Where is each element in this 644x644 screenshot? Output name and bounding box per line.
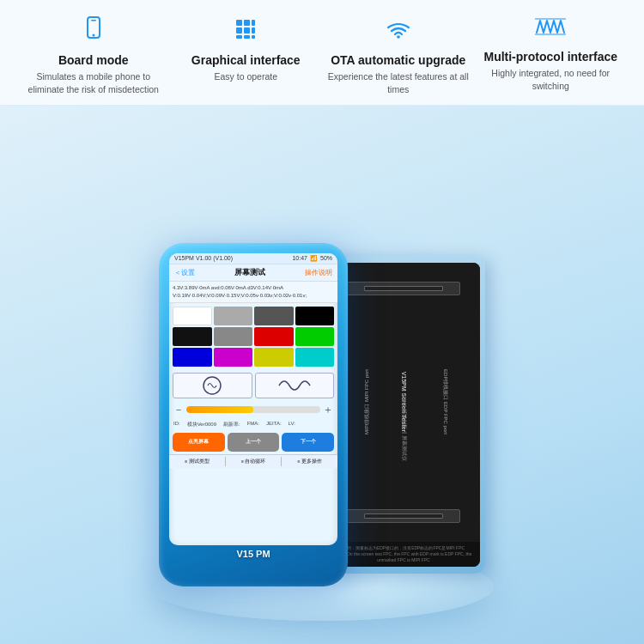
voltage-info: 4.3V:3.89V·0mA avd:0.06V·0mA d3V:0.14V·0… (169, 282, 337, 303)
info-fma: FMA: (247, 421, 259, 428)
color-cell-yellow[interactable] (254, 348, 294, 367)
info-lv: LV: (289, 421, 295, 428)
svg-rect-6 (236, 27, 242, 33)
color-cell-lightgray[interactable] (214, 307, 253, 325)
svg-rect-3 (236, 20, 242, 26)
wifi-icon (385, 15, 412, 47)
color-cell-white[interactable] (173, 307, 212, 325)
svg-rect-8 (252, 27, 255, 33)
color-cell-magenta[interactable] (214, 348, 253, 367)
nav-action[interactable]: 操作说明 (305, 268, 332, 277)
color-grid (169, 303, 337, 370)
board-sub: JCID·精诚创新 ‖ 屏幕测试仪 (400, 396, 408, 460)
phone-icon (80, 15, 107, 47)
color-cell-black2[interactable] (173, 327, 212, 346)
info-row: ID: 模块Ver0009 刷新率: FMA: JEITA: LV: (169, 419, 337, 430)
menu-auto-loop[interactable]: ≡ 自动循环 (226, 457, 283, 466)
feature-board-mode: Board mode Simulates a mobile phone to e… (21, 15, 167, 96)
svg-rect-10 (244, 35, 250, 39)
svg-rect-4 (244, 20, 250, 26)
color-cell-darkgray[interactable] (254, 307, 294, 325)
device-wrapper: V15PM V1.00 (V1.00) 10:47 📶 50% ＜设置 屏幕测试… (159, 243, 485, 586)
color-cell-green[interactable] (295, 327, 335, 346)
board-mode-desc: Simulates a mobile phone to eliminate th… (21, 70, 167, 95)
svg-rect-5 (252, 20, 255, 26)
wave-area (169, 370, 337, 401)
btn-next[interactable]: 下一个 (282, 433, 334, 452)
board-mode-title: Board mode (58, 52, 129, 68)
connector-bottom-area (327, 490, 480, 542)
info-jeita: JEITA: (266, 421, 282, 428)
ota-title: OTA automatic upgrade (331, 52, 465, 68)
board-middle: MIPI排线接口 MIPI FPC port EDP排线接口 EDP FPC p… (327, 314, 480, 490)
product-area: V15PM V1.00 (V1.00) 10:47 📶 50% ＜设置 屏幕测试… (0, 114, 644, 621)
nav-title: 屏幕测试 (234, 267, 265, 278)
status-right: 10:47 📶 50% (292, 255, 332, 262)
action-buttons: 点亮屏幕 上一个 下一个 (169, 430, 337, 454)
svg-rect-7 (244, 27, 250, 33)
front-device: V15PM V1.00 (V1.00) 10:47 📶 50% ＜设置 屏幕测试… (159, 243, 348, 586)
battery-status: 50% (320, 255, 332, 261)
back-board-inner: MIPI排线接口 MIPI FPC port EDP排线接口 EDP FPC p… (327, 263, 480, 567)
color-cell-blue[interactable] (173, 348, 212, 367)
device-screen: V15PM V1.00 (V1.00) 10:47 📶 50% ＜设置 屏幕测试… (169, 253, 337, 545)
prog-plus-icon[interactable]: ＋ (323, 403, 333, 417)
multi-desc: Highly integrated, no need for switching (477, 67, 623, 92)
feature-graphical: Graphical interface Easy to operate (173, 15, 319, 83)
graphical-desc: Easy to operate (214, 70, 277, 83)
status-bar: V15PM V1.00 (V1.00) 10:47 📶 50% (169, 253, 337, 264)
feature-multi-protocol: Multi-protocol interface Highly integrat… (477, 15, 623, 93)
grid-icon (232, 15, 259, 47)
wave-box-circle (173, 373, 252, 398)
wave-icon (535, 15, 566, 44)
prog-minus-icon[interactable]: － (173, 403, 184, 417)
info-refresh: 刷新率: (223, 421, 240, 428)
board-label-edp: EDP排线接口 EDP FPC port (442, 369, 450, 434)
nav-back[interactable]: ＜设置 (174, 268, 195, 277)
feature-ota: OTA automatic upgrade Experience the lat… (325, 15, 471, 96)
connector-bar-bottom (364, 513, 443, 519)
connector-top-area (327, 263, 480, 314)
voltage-line2: V:0.19V·0.04V;V:0.09V·0.15V;V:0.05v·0.03… (173, 292, 334, 300)
color-cell-red[interactable] (254, 327, 294, 346)
connector-slot-bottom (347, 509, 461, 523)
board-note: 说明：测量标志为EDP接口的，没有EDP标志的FPC是MIPI FPC Note… (327, 542, 480, 567)
connector-bar-top (364, 286, 443, 291)
features-row: Board mode Simulates a mobile phone to e… (0, 0, 644, 106)
svg-rect-9 (236, 35, 242, 39)
multi-title: Multi-protocol interface (483, 49, 617, 64)
info-id: ID: (173, 421, 180, 428)
svg-rect-11 (252, 35, 255, 39)
svg-rect-2 (91, 20, 96, 21)
color-cell-cyan[interactable] (295, 348, 335, 367)
progress-area: － ＋ (169, 401, 337, 419)
connector-slot-top (347, 282, 461, 295)
board-label-mipi: MIPI排线接口 MIPI FPC port (363, 369, 371, 434)
nav-bar: ＜设置 屏幕测试 操作说明 (169, 264, 337, 282)
info-model: 模块Ver0009 (187, 421, 216, 428)
status-time: 10:47 (292, 255, 307, 261)
wifi-status-icon: 📶 (310, 255, 318, 262)
voltage-line1: 4.3V:3.89V·0mA avd:0.06V·0mA d3V:0.14V·0… (173, 284, 334, 292)
svg-point-1 (92, 34, 94, 37)
btn-prev[interactable]: 上一个 (228, 433, 280, 452)
ota-desc: Experience the latest features at all ti… (325, 70, 471, 95)
device-label: V15 PM (236, 549, 270, 559)
progress-bar-bg[interactable] (186, 406, 320, 413)
color-cell-gray[interactable] (214, 327, 253, 346)
wave-box-sine (255, 373, 335, 398)
menu-more-ops[interactable]: ≡ 更多操作 (282, 457, 337, 466)
status-model: V15PM V1.00 (V1.00) (174, 255, 233, 261)
menu-test-type[interactable]: ≡ 测试类型 (169, 457, 226, 466)
progress-bar-fill (186, 406, 253, 413)
btn-light-screen[interactable]: 点亮屏幕 (173, 433, 225, 452)
color-cell-black1[interactable] (295, 307, 335, 325)
bottom-menu: ≡ 测试类型 ≡ 自动循环 ≡ 更多操作 (169, 454, 337, 468)
graphical-title: Graphical interface (191, 52, 301, 68)
svg-point-12 (397, 35, 400, 39)
